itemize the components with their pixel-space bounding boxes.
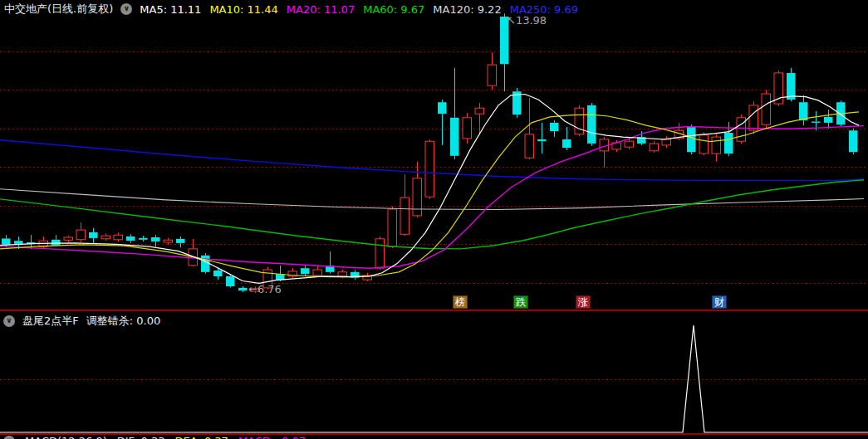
indicator-value: 调整错杀: 0.00 [86,314,160,329]
marker-badge[interactable]: 榜 [453,295,468,309]
marker-badge[interactable]: 财 [712,295,727,309]
ma-label: MA5: 11.11 [140,3,201,16]
dif-value: DIF: 0.33 [117,435,165,439]
chart-canvas[interactable]: ↖13.98←6.76 [0,0,868,439]
macd-value: MACD: -0.07 [238,435,306,439]
gridlines [0,52,868,380]
main-chart-header: 中交地产(日线.前复权) MA5: 11.11MA10: 11.44MA20: … [0,0,868,18]
marker-badge[interactable]: 跌 [513,295,528,309]
ma-label: MA250: 9.69 [510,3,578,16]
ma-label: MA20: 11.07 [287,3,355,16]
candlestick-series [2,13,858,293]
stock-app-window: { "header": { "title": "中交地产(日线.前复权)", "… [0,0,868,439]
chevron-down-icon[interactable] [3,315,15,327]
signal-spike-line [0,325,868,432]
chevron-down-icon[interactable] [120,3,132,15]
macd-panel-header-clipped: MACD(12,26,9) DIF: 0.33 DEA: 0.37 MACD: … [0,435,868,439]
svg-text:←6.76: ←6.76 [248,283,282,295]
dea-value: DEA: 0.37 [175,435,228,439]
stock-title: 中交地产(日线.前复权) [4,2,113,17]
ma-label: MA60: 9.67 [363,3,424,16]
indicator-panel-header: 盘尾2点半F 调整错杀: 0.00 [3,314,160,329]
ma-legend: MA5: 11.11MA10: 11.44MA20: 11.07MA60: 9.… [140,3,578,16]
ma-label: MA10: 11.44 [209,3,277,16]
marker-badge[interactable]: 涨 [576,295,591,309]
ma-label: MA120: 9.22 [433,3,501,16]
indicator-name: 盘尾2点半F [22,314,79,329]
macd-title: MACD(12,26,9) [25,435,107,439]
chevron-down-icon[interactable] [3,436,15,439]
